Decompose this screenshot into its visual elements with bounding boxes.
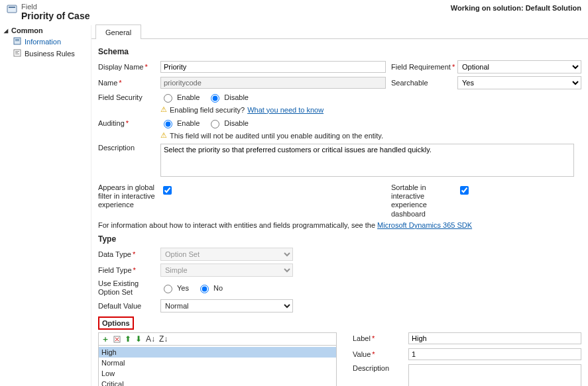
options-toolbar: ＋ ⬆ ⬇ A↓ Z↓ (98, 332, 337, 346)
sidebar-item-label: Business Rules (25, 50, 75, 58)
description-label: Description (98, 144, 160, 152)
use-existing-no-radio[interactable]: No (197, 283, 223, 293)
searchable-select[interactable]: Yes (457, 76, 581, 89)
section-title-type: Type (98, 234, 581, 244)
security-note-text: Enabling field security? (170, 106, 245, 114)
option-description-textarea[interactable] (408, 364, 581, 386)
default-value-select[interactable]: Normal (160, 299, 293, 313)
entity-type-label: Field (21, 3, 89, 11)
sortable-checkbox[interactable] (460, 186, 469, 195)
option-label-label: Label (353, 334, 408, 342)
sidebar-group-common[interactable]: ◢ Common (0, 25, 91, 36)
svg-rect-1 (9, 7, 15, 8)
searchable-label: Searchable (386, 79, 457, 87)
option-item[interactable]: Low (99, 368, 336, 379)
auditing-label: Auditing (98, 119, 160, 127)
security-note-link[interactable]: What you need to know (247, 106, 323, 114)
sortable-label: Sortable in interactive experience dashb… (386, 183, 457, 218)
global-filter-checkbox[interactable] (163, 186, 172, 195)
field-type-select: Simple (160, 264, 293, 277)
option-sort-desc-button[interactable]: Z↓ (159, 334, 168, 344)
chevron-down-icon: ◢ (4, 28, 9, 34)
option-move-up-button[interactable]: ⬆ (125, 334, 131, 344)
option-add-button[interactable]: ＋ (101, 334, 109, 345)
sidebar-item-business-rules[interactable]: Business Rules (0, 48, 91, 60)
field-type-label: Field Type (98, 266, 160, 274)
field-security-disable-radio[interactable]: Disable (207, 92, 249, 103)
auditing-enable-radio[interactable]: Enable (160, 118, 200, 128)
main-panel: General Schema Display Name Field Requir… (91, 24, 588, 386)
option-value-label: Value (353, 350, 408, 358)
entity-title: Priority of Case (21, 11, 89, 21)
tab-general[interactable]: General (95, 24, 141, 39)
option-move-down-button[interactable]: ⬇ (135, 334, 142, 344)
auditing-disable-radio[interactable]: Disable (207, 118, 249, 128)
svg-rect-8 (15, 54, 19, 54)
sidebar-group-label: Common (11, 26, 43, 34)
option-item[interactable]: Critical (99, 379, 336, 386)
description-textarea[interactable]: Select the priority so that preferred cu… (160, 144, 574, 177)
use-existing-label: Use Existing Option Set (98, 279, 160, 297)
option-item[interactable]: Normal (99, 358, 336, 368)
name-input (160, 77, 386, 89)
options-list[interactable]: High Normal Low Critical (98, 346, 337, 386)
rules-icon (13, 49, 21, 58)
warning-icon: ⚠ (160, 105, 167, 114)
global-filter-label: Appears in global filter in interactive … (98, 183, 160, 210)
display-name-label: Display Name (98, 63, 160, 71)
data-type-label: Data Type (98, 250, 160, 258)
option-value-input[interactable] (408, 348, 581, 360)
solution-context: Working on solution: Default Solution (451, 4, 581, 12)
svg-rect-6 (15, 51, 19, 52)
sdk-note-text: For information about how to interact wi… (98, 221, 377, 229)
section-title-options: Options (98, 316, 134, 330)
auditing-note: This field will not be audited until you… (170, 132, 383, 140)
entity-icon (7, 3, 17, 16)
use-existing-yes-radio[interactable]: Yes (160, 283, 189, 293)
field-requirement-label: Field Requirement (386, 63, 457, 71)
sidebar-item-information[interactable]: Information (0, 36, 91, 48)
default-value-label: Default Value (98, 302, 160, 310)
field-security-enable-radio[interactable]: Enable (160, 92, 200, 103)
display-name-input[interactable] (160, 61, 386, 73)
svg-rect-4 (15, 40, 19, 41)
option-sort-asc-button[interactable]: A↓ (146, 334, 155, 344)
option-delete-button[interactable] (113, 336, 121, 343)
name-label: Name (98, 79, 160, 87)
field-security-label: Field Security (98, 93, 160, 101)
svg-rect-3 (15, 39, 19, 40)
info-page-icon (13, 37, 21, 46)
field-requirement-select[interactable]: Optional (457, 60, 581, 73)
option-label-input[interactable] (408, 332, 581, 344)
svg-rect-7 (15, 52, 18, 53)
option-item[interactable]: High (99, 347, 336, 358)
sidebar-nav: ◢ Common Information Business Rules (0, 24, 91, 386)
warning-icon: ⚠ (160, 131, 167, 140)
sidebar-item-label: Information (25, 38, 61, 46)
section-title-schema: Schema (98, 47, 581, 56)
svg-rect-0 (7, 5, 17, 13)
option-description-label: Description (353, 364, 408, 372)
data-type-select: Option Set (160, 248, 293, 261)
sdk-link[interactable]: Microsoft Dynamics 365 SDK (377, 221, 472, 229)
